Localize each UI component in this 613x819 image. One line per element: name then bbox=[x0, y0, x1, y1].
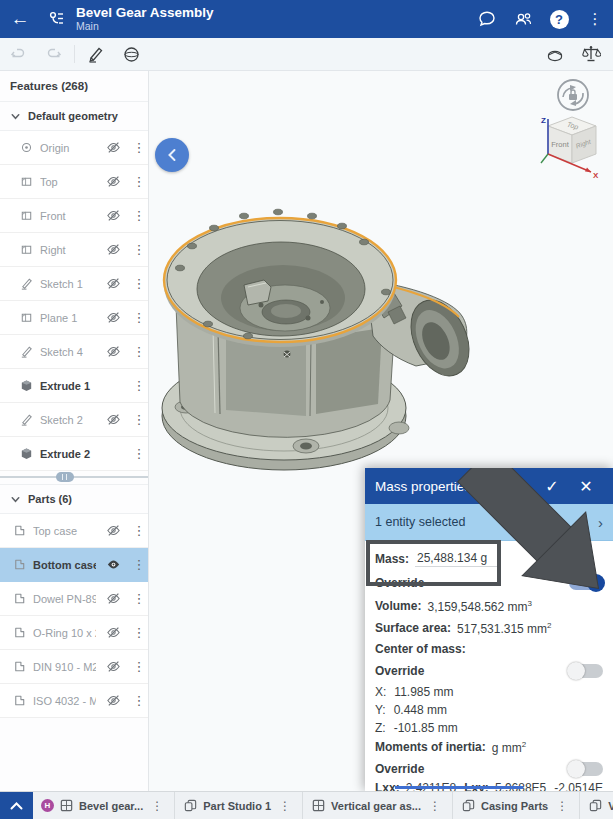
redo-icon[interactable] bbox=[36, 38, 72, 70]
row-menu-icon[interactable]: ⋮ bbox=[130, 276, 148, 291]
feature-row-extrude1[interactable]: Extrude 1 ⋮ bbox=[0, 369, 148, 403]
part-row-oring[interactable]: O-Ring 10 x 2... ⋮ bbox=[0, 616, 148, 650]
document-title: Bevel Gear Assembly bbox=[76, 6, 214, 21]
feature-row-sketch2[interactable]: Sketch 2 ⋮ bbox=[0, 403, 148, 437]
visibility-off-icon[interactable] bbox=[102, 693, 124, 708]
plane-icon bbox=[19, 174, 34, 189]
row-menu-icon[interactable]: ⋮ bbox=[130, 523, 148, 538]
rollback-handle[interactable] bbox=[56, 472, 74, 482]
revolve-sphere-icon[interactable] bbox=[113, 38, 149, 70]
accept-check-icon[interactable]: ✓ bbox=[535, 477, 569, 496]
override-inertia-toggle[interactable] bbox=[569, 762, 603, 776]
mass-value-field[interactable]: 25,488.134 g bbox=[415, 551, 501, 567]
visibility-off-icon[interactable] bbox=[102, 174, 124, 189]
tab-menu-icon[interactable]: ⋮ bbox=[148, 799, 166, 813]
back-arrow-icon[interactable]: ← bbox=[0, 8, 40, 30]
tab-menu-icon[interactable]: ⋮ bbox=[426, 799, 444, 813]
visibility-off-icon[interactable] bbox=[102, 310, 124, 325]
x-value: 11.985 mm bbox=[394, 685, 453, 699]
overflow-menu-icon[interactable]: ⋮ bbox=[577, 0, 613, 38]
tab-vertical-gear-assembly[interactable]: Vertical gear as... ⋮ bbox=[303, 792, 453, 819]
group-parts[interactable]: Parts (6) bbox=[0, 485, 148, 514]
visibility-off-icon[interactable] bbox=[102, 140, 124, 155]
feature-row-extrude2[interactable]: Extrude 2 ⋮ bbox=[0, 437, 148, 471]
origin-icon bbox=[19, 140, 34, 155]
sketch-pencil-icon[interactable] bbox=[77, 38, 113, 70]
expand-tabs-button[interactable] bbox=[0, 792, 33, 819]
tab-casing-parts[interactable]: Casing Parts ⋮ bbox=[453, 792, 580, 819]
section-view-icon[interactable] bbox=[537, 38, 573, 70]
tab-part-studio-1[interactable]: Part Studio 1 ⋮ bbox=[175, 792, 303, 819]
bottom-case-3d-model[interactable] bbox=[156, 188, 474, 476]
moi-units: g mm2 bbox=[492, 740, 526, 755]
selection-row[interactable]: 1 entity selected › bbox=[365, 504, 613, 541]
group-default-geometry[interactable]: Default geometry bbox=[0, 102, 148, 131]
visibility-off-icon[interactable] bbox=[102, 242, 124, 257]
row-menu-icon[interactable]: ⋮ bbox=[130, 557, 148, 572]
tab-menu-icon[interactable]: ⋮ bbox=[276, 799, 294, 813]
visibility-off-icon[interactable] bbox=[102, 625, 124, 640]
part-row-top-case[interactable]: Top case ⋮ bbox=[0, 514, 148, 548]
visibility-off-icon[interactable] bbox=[102, 276, 124, 291]
part-row-din910[interactable]: DIN 910 - M20... ⋮ bbox=[0, 650, 148, 684]
visibility-off-icon[interactable] bbox=[102, 412, 124, 427]
tab-label: Part Studio 1 bbox=[203, 800, 271, 812]
field-underline-indicator bbox=[395, 786, 523, 789]
visibility-off-icon[interactable] bbox=[102, 208, 124, 223]
row-menu-icon[interactable]: ⋮ bbox=[130, 174, 148, 189]
row-menu-icon[interactable]: ⋮ bbox=[130, 693, 148, 708]
versions-icon[interactable] bbox=[40, 10, 74, 28]
part-row-iso4032[interactable]: ISO 4032 - M8... ⋮ bbox=[0, 684, 148, 718]
row-menu-icon[interactable]: ⋮ bbox=[130, 242, 148, 257]
row-menu-icon[interactable]: ⋮ bbox=[130, 446, 148, 461]
row-menu-icon[interactable]: ⋮ bbox=[130, 310, 148, 325]
svg-text:X: X bbox=[593, 171, 599, 180]
workspace-name: Main bbox=[76, 21, 214, 33]
feature-row-origin[interactable]: Origin ⋮ bbox=[0, 131, 148, 165]
close-icon[interactable]: ✕ bbox=[569, 477, 603, 496]
feature-row-sketch4[interactable]: Sketch 4 ⋮ bbox=[0, 335, 148, 369]
row-menu-icon[interactable]: ⋮ bbox=[130, 140, 148, 155]
part-row-bottom-case[interactable]: Bottom case ⋮ bbox=[0, 548, 148, 582]
feature-row-front[interactable]: Front ⋮ bbox=[0, 199, 148, 233]
row-menu-icon[interactable]: ⋮ bbox=[130, 378, 148, 393]
visibility-off-icon[interactable] bbox=[102, 523, 124, 538]
undo-icon[interactable] bbox=[0, 38, 36, 70]
row-menu-icon[interactable]: ⋮ bbox=[130, 625, 148, 640]
share-users-icon[interactable] bbox=[505, 0, 541, 38]
override-com-toggle[interactable] bbox=[569, 664, 603, 678]
row-menu-icon[interactable]: ⋮ bbox=[130, 591, 148, 606]
view-cube[interactable]: Top Front Right Z X bbox=[537, 77, 603, 189]
center-of-mass-label: Center of mass: bbox=[375, 642, 466, 656]
chevron-up-icon bbox=[10, 802, 23, 810]
visibility-off-icon[interactable] bbox=[102, 659, 124, 674]
part-label: ISO 4032 - M8... bbox=[33, 695, 96, 707]
visibility-on-icon[interactable] bbox=[102, 557, 124, 572]
model-viewport[interactable]: Top Front Right Z X bbox=[149, 71, 613, 792]
feature-row-top[interactable]: Top ⋮ bbox=[0, 165, 148, 199]
feature-row-plane1[interactable]: Plane 1 ⋮ bbox=[0, 301, 148, 335]
tab-menu-icon[interactable]: ⋮ bbox=[553, 799, 571, 813]
collapse-sidebar-button[interactable] bbox=[155, 138, 189, 172]
help-icon[interactable]: ? bbox=[541, 0, 577, 38]
chevron-left-icon bbox=[166, 148, 178, 162]
tab-label: Vertical-Parts bbox=[608, 800, 613, 812]
override-mass-toggle[interactable] bbox=[569, 576, 603, 590]
part-icon bbox=[12, 591, 27, 606]
tab-bevel-gear-assembly[interactable]: H Bevel gear... ⋮ bbox=[33, 792, 175, 819]
row-menu-icon[interactable]: ⋮ bbox=[130, 659, 148, 674]
row-menu-icon[interactable]: ⋮ bbox=[130, 208, 148, 223]
tab-vertical-parts[interactable]: Vertical-Parts bbox=[580, 792, 613, 819]
plane-icon bbox=[19, 208, 34, 223]
feature-label: Extrude 2 bbox=[40, 448, 124, 460]
feature-row-right[interactable]: Right ⋮ bbox=[0, 233, 148, 267]
visibility-off-icon[interactable] bbox=[102, 591, 124, 606]
comment-icon[interactable] bbox=[469, 0, 505, 38]
mass-properties-scale-icon[interactable] bbox=[573, 38, 609, 70]
visibility-off-icon[interactable] bbox=[102, 344, 124, 359]
tab-label: Casing Parts bbox=[481, 800, 548, 812]
part-row-dowel[interactable]: Dowel PN-89_... ⋮ bbox=[0, 582, 148, 616]
row-menu-icon[interactable]: ⋮ bbox=[130, 344, 148, 359]
feature-row-sketch1[interactable]: Sketch 1 ⋮ bbox=[0, 267, 148, 301]
row-menu-icon[interactable]: ⋮ bbox=[130, 412, 148, 427]
